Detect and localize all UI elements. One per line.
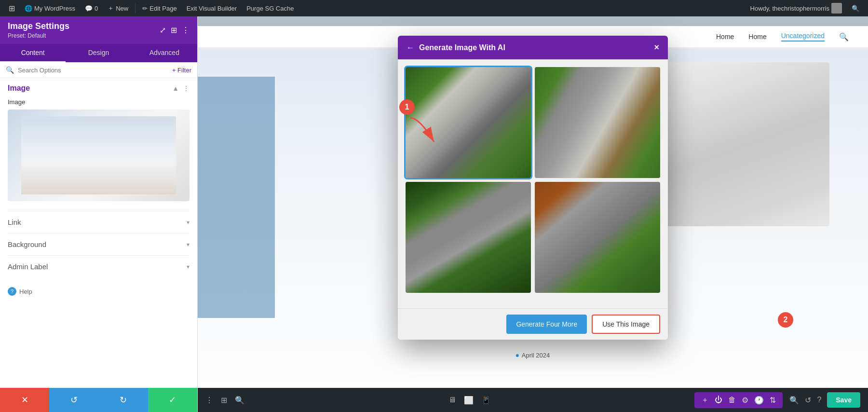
tab-content[interactable]: Content [0,44,66,62]
search-icon: 🔍 [852,5,859,12]
generate-more-button[interactable]: Generate Four More [506,315,587,334]
modal-header: ← Generate Image With AI × [398,36,668,59]
background-section-title: Background [8,240,46,248]
search-icon-sidebar: 🔍 [6,66,14,74]
image-grid [406,67,660,293]
howdy-menu[interactable]: Howdy, thechristophermorris [746,0,846,16]
step-1-indicator: 1 [399,99,415,115]
help-label: Help [19,288,32,295]
link-section-header[interactable]: Link ▾ [8,218,190,226]
sidebar-content: Image ▲ ⋮ Image Link ▾ [0,78,197,388]
edit-page-btn[interactable]: ✏ Edit Page [138,0,180,16]
comments-menu[interactable]: 💬 0 [81,0,102,16]
grid-icon[interactable]: ⊞ [171,26,177,35]
image-option-1[interactable] [406,67,531,178]
sidebar-header-icons: ⤢ ⊞ ⋮ [160,26,190,35]
section-header-icons: ▲ ⋮ [172,84,190,92]
comment-count: 0 [95,5,98,12]
site-name[interactable]: 🌐 My WordPress [21,0,79,16]
step-2-number: 2 [784,316,788,324]
admin-label-section: Admin Label ▾ [8,255,190,277]
purge-cache-label: Purge SG Cache [246,5,294,12]
search-options-input[interactable] [18,67,168,74]
sidebar-header: Image Settings Preset: Default ⤢ ⊞ ⋮ [0,16,197,44]
plus-icon: ＋ [108,4,114,13]
background-section-header[interactable]: Background ▾ [8,240,190,248]
fullscreen-icon[interactable]: ⤢ [160,26,166,35]
filter-button[interactable]: + Filter [172,67,191,74]
new-label: New [116,5,128,12]
image-option-4[interactable] [535,182,660,293]
modal-header-left: ← Generate Image With AI [407,43,505,52]
site-icon: 🌐 [25,5,32,12]
admin-label-title: Admin Label [8,262,48,271]
aerial-image-1 [406,67,531,178]
confirm-button[interactable]: ✓ [148,388,197,412]
collapse-icon[interactable]: ▲ [172,84,179,92]
admin-label-section-header[interactable]: Admin Label ▾ [8,262,190,271]
aerial-image-4 [535,182,660,293]
more-icon[interactable]: ⋮ [182,26,190,35]
redo-icon: ↻ [120,395,127,405]
use-image-button[interactable]: Use This Image [592,315,660,334]
purge-cache-btn[interactable]: Purge SG Cache [243,0,298,16]
cancel-button[interactable]: ✕ [0,388,49,412]
desk-scene-preview [21,116,176,194]
wordpress-icon: ⊞ [9,4,15,13]
image-preview-container[interactable] [8,110,190,201]
user-avatar [831,3,842,14]
cancel-icon: ✕ [21,395,28,405]
wp-admin-bar: ⊞ 🌐 My WordPress 💬 0 ＋ New ✏ Edit Page E… [0,0,868,16]
wp-bar-right: Howdy, thechristophermorris 🔍 [746,0,863,16]
main-content-area: divi Home Home Uncategorized 🔍 April 202… [198,16,868,412]
tab-advanced[interactable]: Advanced [132,44,197,62]
step-2-indicator: 2 [778,312,793,328]
exit-builder-label: Exit Visual Builder [187,5,237,12]
sidebar-preset: Preset: Default [8,32,69,39]
sidebar-search-bar: 🔍 + Filter [0,62,197,78]
site-name-label: My WordPress [34,5,75,12]
background-chevron-icon: ▾ [187,241,190,248]
step-1-number: 1 [405,103,409,111]
edit-icon: ✏ [142,5,148,12]
sidebar-header-info: Image Settings Preset: Default [8,21,69,39]
link-section-title: Link [8,218,21,226]
section-menu-icon[interactable]: ⋮ [183,84,190,92]
help-icon: ? [8,287,16,296]
background-section: Background ▾ [8,233,190,255]
modal-back-button[interactable]: ← [407,43,414,52]
new-content-menu[interactable]: ＋ New [104,0,132,16]
sidebar-bottom-actions: ✕ ↺ ↻ ✓ [0,388,197,412]
image-option-3[interactable] [406,182,531,293]
comment-icon: 💬 [85,5,93,12]
modal-overlay: ← Generate Image With AI × [198,16,868,412]
image-section-title: Image [8,84,30,93]
sidebar-title: Image Settings [8,21,69,31]
wp-logo[interactable]: ⊞ [5,0,19,16]
sidebar-tabs: Content Design Advanced [0,44,197,62]
bar-separator [135,3,136,13]
modal-close-button[interactable]: × [654,42,659,53]
exit-builder-btn[interactable]: Exit Visual Builder [183,0,241,16]
modal-title: Generate Image With AI [419,43,505,52]
image-section-header: Image ▲ ⋮ [8,84,190,93]
redo-button[interactable]: ↻ [99,388,148,412]
help-link[interactable]: ? Help [8,287,190,296]
aerial-image-3 [406,182,531,293]
image-option-2[interactable] [535,67,660,178]
left-sidebar: Image Settings Preset: Default ⤢ ⊞ ⋮ Con… [0,16,198,412]
image-field-label: Image [8,98,190,106]
tab-design[interactable]: Design [66,44,131,62]
modal-footer: Generate Four More Use This Image [398,308,668,340]
link-chevron-icon: ▾ [187,219,190,226]
generate-image-modal: ← Generate Image With AI × [398,36,668,340]
admin-label-chevron-icon: ▾ [187,263,190,270]
undo-icon: ↺ [70,395,78,405]
modal-body [398,59,668,308]
check-icon: ✓ [169,395,176,405]
howdy-text: Howdy, thechristophermorris [750,5,829,12]
search-btn[interactable]: 🔍 [848,0,863,16]
edit-page-label: Edit Page [149,5,176,12]
undo-button[interactable]: ↺ [49,388,98,412]
link-section: Link ▾ [8,211,190,233]
